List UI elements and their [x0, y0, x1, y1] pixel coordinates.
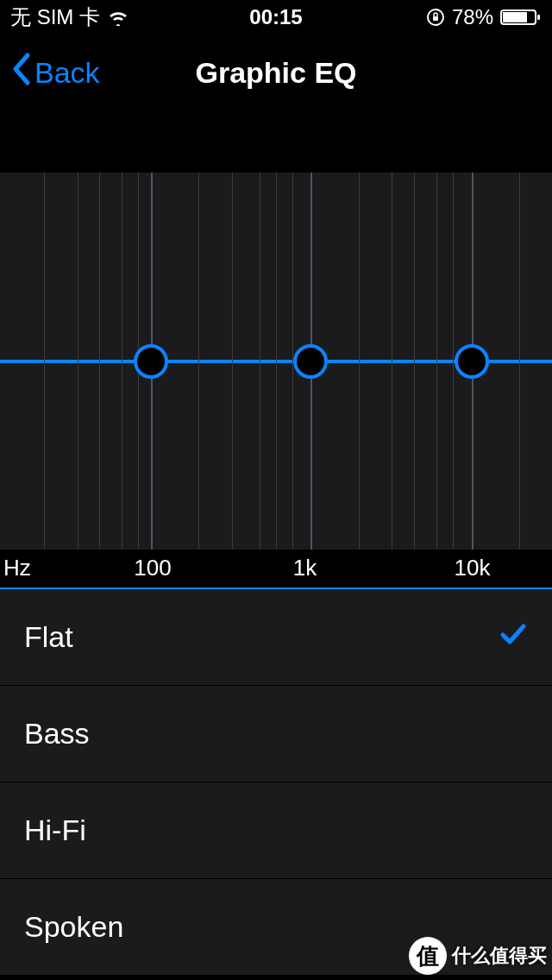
axis-tick-label: 1k: [293, 555, 317, 581]
spacer: [0, 110, 552, 173]
gridline-minor: [232, 173, 233, 550]
preset-item-bass[interactable]: Bass: [0, 686, 552, 782]
watermark-text: 什么值得买: [452, 943, 547, 969]
carrier-label: 无 SIM 卡: [10, 3, 100, 31]
svg-rect-1: [433, 16, 438, 21]
eq-handle-1[interactable]: [293, 344, 328, 379]
axis-tick-label: 10k: [455, 555, 491, 581]
gridline-minor: [122, 173, 122, 550]
preset-item-flat[interactable]: Flat: [0, 589, 552, 686]
clock-label: 00:15: [249, 5, 302, 29]
gridline-minor: [519, 173, 520, 550]
watermark: 值 什么值得买: [409, 937, 547, 975]
preset-item-hi-fi[interactable]: Hi-Fi: [0, 782, 552, 879]
frequency-axis: Hz 1001k10k: [0, 550, 552, 587]
watermark-badge: 值: [409, 937, 447, 975]
gridline-minor: [44, 173, 45, 550]
battery-percent-label: 78%: [452, 5, 493, 29]
preset-label: Bass: [24, 717, 90, 751]
gridline-minor: [392, 173, 392, 550]
gridline-minor: [436, 173, 437, 550]
chevron-left-icon: [10, 52, 31, 93]
navigation-bar: Back Graphic EQ: [0, 35, 552, 110]
svg-rect-3: [503, 12, 527, 22]
eq-handle-0[interactable]: [134, 344, 168, 379]
status-bar: 无 SIM 卡 00:15 78%: [0, 0, 552, 35]
gridline-minor: [99, 173, 100, 550]
preset-label: Hi-Fi: [24, 814, 86, 847]
gridline-minor: [414, 173, 415, 550]
rotation-lock-icon: [426, 8, 445, 27]
eq-graph[interactable]: [0, 173, 552, 550]
battery-icon: [500, 8, 542, 27]
gridline-minor: [260, 173, 260, 550]
checkmark-icon: [499, 619, 528, 656]
back-button[interactable]: Back: [0, 52, 100, 93]
gridline-minor: [78, 173, 78, 550]
back-label: Back: [34, 56, 100, 90]
gridline-minor: [359, 173, 360, 550]
preset-list: FlatBassHi-FiSpoken: [0, 589, 552, 976]
axis-tick-label: 100: [134, 555, 171, 581]
svg-rect-4: [537, 15, 540, 20]
gridline-minor: [198, 173, 199, 550]
axis-unit-label: Hz: [3, 555, 31, 581]
preset-label: Flat: [24, 620, 73, 654]
preset-label: Spoken: [24, 910, 123, 944]
eq-handle-2[interactable]: [455, 344, 489, 379]
page-title: Graphic EQ: [195, 56, 356, 90]
wifi-icon: [107, 9, 129, 26]
gridline-minor: [276, 173, 277, 550]
